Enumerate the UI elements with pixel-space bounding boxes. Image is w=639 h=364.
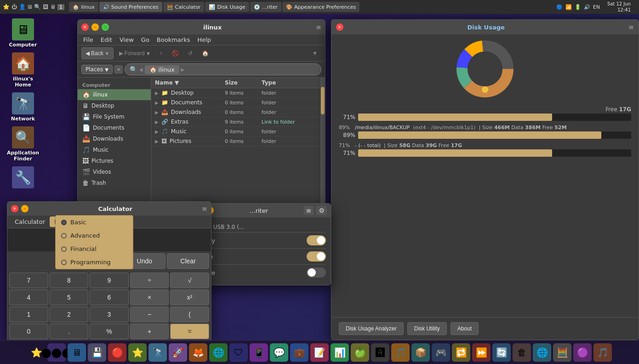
btn-4[interactable]: 4 [9, 290, 48, 305]
bluetooth-icon[interactable]: 🔵 [556, 4, 563, 10]
sidebar-item-videos[interactable]: 🎬 Videos [78, 166, 151, 177]
dock-apps[interactable]: ⬤⬤⬤ [47, 343, 66, 362]
dock-fastcopy[interactable]: ⏩ [472, 343, 491, 362]
fm-col-type[interactable]: Type [262, 80, 317, 86]
table-row[interactable]: ▶🎵Music 0 items folder [151, 127, 320, 136]
fm-nav-next[interactable]: ▶ [181, 67, 185, 72]
fm-scroll-thumb[interactable] [321, 87, 325, 114]
btn-sqrt[interactable]: √ [170, 273, 209, 288]
btn-1[interactable]: 1 [9, 307, 48, 322]
screenshot-icon[interactable]: 🖼 [43, 4, 48, 10]
fm-menu-file[interactable]: File [83, 36, 93, 43]
sidebar-item-ilinux[interactable]: 🏠 ilinux [78, 89, 151, 100]
dock-wps2[interactable]: 📝 [310, 343, 329, 362]
mw-settings-icon[interactable]: ⚙ [316, 206, 327, 215]
fm-close-button[interactable]: ✕ [81, 23, 89, 31]
btn-0[interactable]: 0 [9, 324, 48, 339]
btn-5[interactable]: 5 [50, 290, 89, 305]
fm-maximize-button[interactable]: □ [102, 23, 109, 31]
mw-verify-toggle[interactable] [307, 235, 326, 245]
mode-basic[interactable]: Basic [56, 216, 133, 229]
dock-chrome[interactable]: 🌐 [209, 343, 228, 362]
dock-teamviewer[interactable]: 🔄 [492, 343, 511, 362]
fm-menu-bookmarks[interactable]: Bookmarks [157, 36, 190, 43]
btn-6[interactable]: 6 [90, 290, 129, 305]
btn-open-paren[interactable]: ( [170, 307, 209, 322]
btn-9[interactable]: 9 [90, 273, 129, 288]
dock-qbt[interactable]: 📦 [411, 343, 430, 362]
fm-breadcrumb-ilinux[interactable]: 🏠 ilinux [145, 65, 179, 74]
fm-menu-go[interactable]: Go [141, 36, 149, 43]
dock-trash-dock[interactable]: 🗑 [513, 343, 531, 362]
taskbar-multiwriter[interactable]: 💿 …riter [250, 2, 281, 12]
du-close-button[interactable]: ✕ [336, 23, 343, 31]
dock-shield[interactable]: 🛡 [229, 343, 248, 362]
btn-minus[interactable]: − [130, 307, 169, 322]
desktop-icon-computer[interactable]: 🖥 Computer [5, 18, 41, 48]
fm-places-close[interactable]: ✕ [114, 65, 123, 74]
fm-back-button[interactable]: ◀ Back ▼ [81, 47, 114, 59]
dock-pix[interactable]: 🍏 [351, 343, 369, 362]
btn-plus[interactable]: + [130, 324, 169, 339]
star-icon[interactable]: ⭐ [3, 4, 10, 10]
fm-stop-button[interactable]: 🚫 [168, 47, 183, 59]
mode-financial[interactable]: Financial [56, 242, 133, 256]
dock-imager[interactable]: 🔴 [108, 343, 126, 362]
dock-thunar[interactable]: 💾 [88, 343, 106, 362]
table-row[interactable]: ▶🖼Pictures 0 items folder [151, 136, 320, 146]
btn-decimal[interactable]: . [50, 324, 89, 339]
battery-icon[interactable]: 🔋 [575, 4, 581, 10]
dock-music2[interactable]: 🎵 [593, 343, 612, 362]
mw-wipe-toggle[interactable] [307, 251, 326, 262]
dock-calc-dock[interactable]: 🧮 [553, 343, 571, 362]
fm-menu-edit[interactable]: Edit [101, 36, 112, 43]
volume-icon[interactable]: 🔊 [584, 4, 590, 10]
disk-usage-analyzer-button[interactable]: Disk Usage Analyzer [339, 322, 404, 335]
dock-wps[interactable]: 💼 [290, 343, 308, 362]
fm-reload-button[interactable]: ↺ [184, 47, 196, 59]
dock-mousepad[interactable]: 🅰 [371, 343, 389, 362]
table-row[interactable]: ▶📁Desktop 9 items folder [151, 88, 320, 98]
mode-advanced[interactable]: Advanced [56, 229, 133, 242]
desktop-icon-appfinder[interactable]: 🔍 Application Finder [5, 126, 41, 162]
disk-utility-button[interactable]: Disk Utility [407, 322, 447, 335]
dock-steam[interactable]: 🎮 [432, 343, 450, 362]
search-icon[interactable]: 🔍 [34, 4, 41, 10]
sidebar-item-pictures[interactable]: 🖼 Pictures [78, 155, 151, 166]
calc-hamburger-icon[interactable]: ≡ [202, 205, 207, 212]
grid-icon[interactable]: ⊞ [28, 4, 32, 10]
clear-button[interactable]: Clear [167, 253, 209, 269]
dock-vlc[interactable]: 🎵 [391, 343, 410, 362]
btn-8[interactable]: 8 [50, 273, 89, 288]
fm-forward-button[interactable]: ▶ Forward ▼ [115, 47, 154, 59]
sidebar-item-desktop[interactable]: 🖥 Desktop [78, 100, 151, 111]
sidebar-item-trash[interactable]: 🗑 Trash [78, 177, 151, 188]
power-icon[interactable]: ⏻ [11, 4, 17, 10]
desktop-icon-network[interactable]: 🔭 Network [5, 92, 41, 122]
dock-globe[interactable]: 🌐 [533, 343, 551, 362]
btn-divide[interactable]: ÷ [130, 273, 169, 288]
mw-probe-toggle[interactable] [307, 267, 326, 278]
fm-menu-view[interactable]: View [120, 36, 134, 43]
fm-hamburger-icon[interactable]: ≡ [316, 23, 321, 31]
fm-home-button[interactable]: 🏠 [198, 47, 212, 59]
dock-ristretto[interactable]: 🚀 [169, 343, 187, 362]
about-button[interactable]: About [451, 322, 479, 335]
dock-files[interactable]: 🖥 [68, 343, 86, 362]
du-hamburger-icon[interactable]: ≡ [628, 23, 634, 31]
table-row[interactable]: ▶📁Documents 0 items folder [151, 98, 320, 108]
fm-nav-prev[interactable]: ◀ [139, 67, 143, 72]
dock-xfburn[interactable]: ⭐ [128, 343, 147, 362]
mw-menu-icon[interactable]: ≡ [304, 206, 314, 215]
taskbar-calculator[interactable]: 🧮 Calculator [163, 2, 205, 12]
fm-minimize-button[interactable]: − [91, 23, 99, 31]
fm-menu-help[interactable]: Help [197, 36, 211, 43]
calc-menu-calculator[interactable]: Calculator [10, 216, 50, 227]
user-icon[interactable]: 👤 [19, 4, 26, 10]
btn-2[interactable]: 2 [50, 307, 89, 322]
dock-firefox[interactable]: 🦊 [189, 343, 207, 362]
sidebar-item-documents[interactable]: 📄 Documents [78, 122, 151, 133]
fm-options-button[interactable]: ▼ [308, 47, 321, 59]
dock-timeshift[interactable]: 🔁 [452, 343, 470, 362]
btn-equals[interactable]: = [170, 324, 209, 339]
